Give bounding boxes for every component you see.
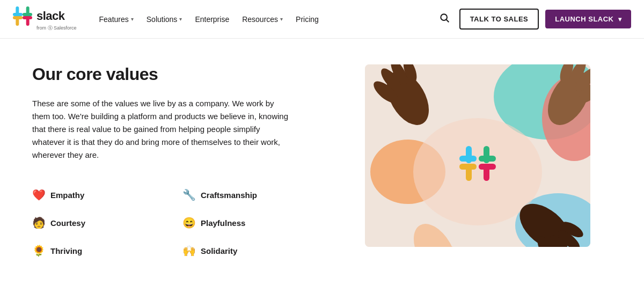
slack-icon	[13, 6, 32, 26]
svg-rect-43	[479, 164, 496, 170]
logo[interactable]: slack from ⓢ Salesforce	[13, 6, 77, 32]
search-icon	[439, 12, 450, 23]
value-item-playfulness: 😄Playfulness	[182, 209, 333, 237]
value-item-courtesy: 🧑Courtesy	[32, 209, 182, 237]
core-values-illustration	[365, 64, 590, 247]
value-label: Thriving	[50, 246, 82, 255]
main-content: Our core values These are some of the va…	[0, 39, 644, 285]
logo-text: slack	[36, 9, 65, 23]
chevron-down-icon: ▾	[131, 16, 134, 22]
launch-slack-button[interactable]: LAUNCH SLACK ▾	[545, 10, 631, 28]
value-icon: 🌻	[32, 244, 45, 257]
value-icon: 🙌	[182, 244, 195, 257]
svg-rect-1	[13, 13, 23, 16]
illustration-svg	[365, 64, 590, 247]
values-grid: ❤️Empathy🧑Courtesy🌻Thriving🔧Craftsmanshi…	[32, 181, 333, 265]
talk-to-sales-button[interactable]: TALK TO SALES	[459, 9, 539, 30]
nav-solutions[interactable]: Solutions ▾	[141, 12, 188, 27]
value-icon: 🔧	[182, 188, 195, 201]
svg-rect-37	[459, 156, 477, 162]
chevron-down-icon: ▾	[618, 16, 622, 23]
search-button[interactable]	[436, 9, 453, 29]
value-item-craftsmanship: 🔧Craftsmanship	[182, 181, 333, 209]
chevron-down-icon: ▾	[179, 16, 182, 22]
value-icon: 🧑	[32, 216, 45, 229]
nav-resources[interactable]: Resources ▾	[237, 12, 288, 27]
navbar: slack from ⓢ Salesforce Features ▾ Solut…	[0, 0, 644, 39]
nav-links: Features ▾ Solutions ▾ Enterprise Resour…	[94, 12, 436, 27]
svg-rect-5	[13, 16, 23, 19]
value-icon: ❤️	[32, 188, 45, 201]
svg-rect-3	[23, 13, 32, 16]
value-label: Courtesy	[50, 218, 85, 228]
value-item-solidarity: 🙌Solidarity	[182, 237, 333, 265]
svg-rect-41	[459, 164, 477, 170]
nav-features[interactable]: Features ▾	[94, 12, 139, 27]
right-section	[365, 64, 590, 247]
section-title: Our core values	[32, 64, 333, 84]
svg-line-9	[446, 20, 449, 23]
svg-rect-39	[479, 156, 496, 162]
value-label: Playfulness	[201, 218, 245, 228]
svg-point-8	[441, 14, 447, 20]
section-description: These are some of the values we live by …	[32, 97, 290, 162]
left-section: Our core values These are some of the va…	[32, 64, 333, 265]
value-label: Craftsmanship	[201, 191, 257, 200]
salesforce-tag: from ⓢ Salesforce	[36, 25, 77, 32]
value-icon: 😄	[182, 216, 195, 229]
svg-rect-7	[23, 16, 32, 19]
value-label: Solidarity	[201, 246, 237, 255]
nav-enterprise[interactable]: Enterprise	[189, 12, 235, 27]
value-item-empathy: ❤️Empathy	[32, 181, 182, 209]
value-label: Empathy	[50, 191, 84, 200]
value-item-thriving: 🌻Thriving	[32, 237, 182, 265]
nav-pricing[interactable]: Pricing	[290, 12, 324, 27]
chevron-down-icon: ▾	[280, 16, 283, 22]
nav-actions: TALK TO SALES LAUNCH SLACK ▾	[436, 9, 631, 30]
